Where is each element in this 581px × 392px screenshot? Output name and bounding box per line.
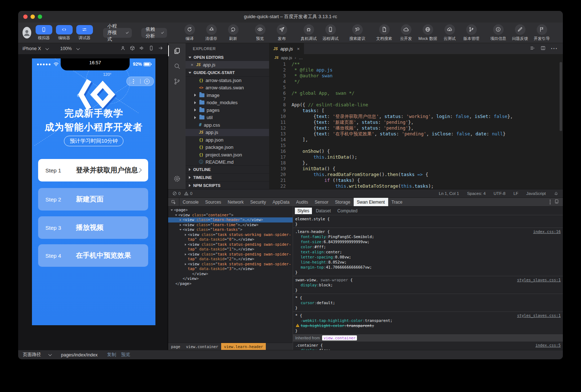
expand-icon[interactable] — [188, 271, 192, 277]
tab-app-js[interactable]: JS app.js × — [269, 43, 304, 54]
notifications-bell-icon[interactable] — [554, 191, 558, 196]
explorer-activity-icon[interactable] — [168, 43, 186, 58]
close-window-button[interactable] — [23, 15, 28, 19]
file-item[interactable]: <>arrow-status.swan — [186, 84, 269, 92]
sidebar-section-outline[interactable]: OUTLINE — [186, 165, 269, 173]
toolbar-action[interactable]: Mock 数据 — [418, 24, 437, 41]
toolbar-action[interactable]: 项目信息 — [489, 24, 508, 41]
scene-icon[interactable] — [130, 45, 135, 52]
dom-node[interactable]: <view class="learn-header">…</view> — [168, 217, 293, 222]
expand-icon[interactable] — [183, 232, 188, 242]
stylesheet-link[interactable]: index.css:16 — [529, 229, 561, 234]
tutorial-step-card[interactable]: Step 3播放视频 — [38, 216, 148, 239]
sound-icon[interactable] — [139, 45, 145, 52]
styles-tab-computed[interactable]: Computed — [335, 208, 360, 214]
dom-node[interactable]: <view class="container"> — [168, 213, 293, 218]
expand-icon[interactable] — [183, 242, 188, 252]
tutorial-step-card[interactable]: Step 1登录并获取用户信息 — [38, 159, 148, 181]
tutorial-step-card[interactable]: Step 4在手机中预览效果 — [38, 244, 148, 267]
stylesheet-link[interactable]: index.css:5 — [532, 343, 561, 348]
preview-path-link[interactable]: 预览 — [121, 352, 130, 358]
sidebar-section-npm-scripts[interactable]: NPM SCRIPTS — [186, 181, 269, 189]
styles-tab-styles[interactable]: Styles — [295, 208, 312, 214]
css-property[interactable]: font-family:PingFangSC-Semibold; — [295, 234, 561, 239]
css-property[interactable]: letter-spacing:0.08vw; — [295, 254, 561, 260]
status-item[interactable]: LF — [513, 191, 518, 196]
settings-gear-icon[interactable] — [168, 171, 186, 186]
file-item[interactable]: JSapp.js — [186, 129, 269, 136]
expand-icon[interactable] — [183, 262, 188, 271]
styles-tab-dataset[interactable]: Dataset — [313, 208, 333, 214]
css-property[interactable]: text-align:center; — [295, 249, 561, 254]
file-item[interactable]: #app.css — [186, 121, 269, 129]
css-property[interactable]: font-size:6.843999999999999vw; — [295, 239, 561, 244]
dom-node[interactable]: <view class="task status-pending swan-sp… — [168, 262, 293, 271]
devtools-tab-console[interactable]: Console — [179, 198, 202, 206]
code-area[interactable]: 1/**2 * @file app.js3 * @author swan4 */… — [269, 61, 563, 189]
status-item[interactable]: Spaces: 4 — [467, 191, 485, 196]
expand-icon[interactable] — [178, 217, 183, 222]
css-property[interactable]: -webkit-tap-highlight-color:transparent; — [295, 318, 561, 323]
source-control-activity-icon[interactable] — [168, 74, 186, 89]
dom-node[interactable]: <page> — [168, 208, 293, 213]
css-property[interactable]: color:#fff; — [295, 244, 561, 249]
user-avatar[interactable] — [23, 27, 31, 38]
breadcrumb[interactable]: JS app.js › … — [269, 54, 563, 61]
css-property[interactable]: display:block; — [295, 282, 561, 287]
expand-icon[interactable] — [170, 208, 174, 213]
inspect-element-icon[interactable] — [168, 198, 179, 206]
file-item[interactable]: {}arrow-status.json — [186, 77, 269, 84]
dom-node[interactable]: <view class="learn-tasks"> — [168, 227, 293, 232]
dom-node[interactable]: <view class="task status-pending swan-sp… — [168, 252, 293, 262]
dock-device-icon[interactable] — [554, 199, 559, 205]
sidebar-section-timeline[interactable]: TIMELINE — [186, 173, 269, 181]
more-menu-icon[interactable] — [127, 79, 140, 84]
devtools-tab-storage[interactable]: Storage — [332, 198, 354, 206]
folder-item[interactable]: node_modules — [186, 99, 269, 107]
copy-path-link[interactable]: 复制 — [107, 352, 116, 358]
toolbar-action[interactable]: 云开发 — [397, 24, 415, 41]
element-crumb[interactable]: view.container — [183, 343, 221, 350]
toolbar-dropdown[interactable]: 依赖分析 — [141, 28, 167, 38]
element-crumb[interactable]: view.learn-header — [221, 343, 266, 350]
toolbar-action[interactable]: 预览 — [251, 24, 269, 41]
devtools-tab-audits[interactable]: Audits — [293, 198, 311, 206]
expand-icon[interactable] — [183, 252, 188, 262]
account-icon[interactable] — [120, 45, 126, 52]
open-editor-item[interactable]: ×JSapp.js — [186, 61, 269, 69]
toolbar-action[interactable]: 刷新 — [224, 24, 243, 41]
editor-scrollbar[interactable] — [560, 62, 562, 131]
problems-indicator[interactable]: 0 0 — [172, 191, 192, 196]
devtools-tab-swan-element[interactable]: Swan Element — [354, 198, 388, 206]
file-item[interactable]: {}project.swan.json — [186, 151, 269, 159]
close-miniapp-icon[interactable]: × — [141, 79, 154, 84]
expand-icon[interactable] — [171, 281, 175, 286]
dom-node[interactable]: </page> — [168, 281, 293, 286]
more-actions-icon[interactable]: ··· — [551, 45, 558, 52]
toolbar-action[interactable]: 问题反馈 — [511, 24, 529, 41]
devtools-tab-security[interactable]: Security — [247, 198, 269, 206]
mode-button[interactable]: 编辑器 — [56, 25, 73, 41]
expand-icon[interactable] — [178, 222, 183, 228]
stylesheet-link[interactable]: styles_slaves.css:1 — [513, 313, 561, 318]
dom-node[interactable]: </view> — [168, 271, 293, 277]
toolbar-action[interactable]: 真机调试 — [299, 24, 318, 41]
inherited-node-badge[interactable]: view.container — [322, 335, 357, 340]
status-item[interactable]: JavaScript — [526, 191, 546, 196]
css-property[interactable]: margin-top:41.70666666666667vw; — [295, 265, 561, 270]
toolbar-action[interactable]: 远程调试 — [321, 24, 340, 41]
toolbar-action[interactable]: 搜索建议 — [348, 24, 367, 41]
file-item[interactable]: ⓘREADME.md — [186, 159, 269, 166]
close-tab-icon[interactable]: × — [297, 46, 300, 52]
devtools-menu-icon[interactable] — [550, 200, 551, 204]
toolbar-action[interactable]: 云测试 — [440, 24, 459, 41]
zoom-window-button[interactable] — [38, 15, 42, 19]
folder-item[interactable]: util — [186, 114, 269, 122]
dom-node[interactable]: <view class="task status-pending swan-sp… — [168, 242, 293, 252]
element-crumb[interactable]: page — [168, 343, 183, 350]
devtools-tab-appdata[interactable]: AppData — [269, 198, 293, 206]
toolbar-action[interactable]: 发布 — [272, 24, 291, 41]
mode-button[interactable]: 调试器 — [76, 25, 93, 41]
collapse-panel-icon[interactable] — [158, 45, 163, 52]
css-property[interactable]: line-height:8.052vw; — [295, 260, 561, 265]
